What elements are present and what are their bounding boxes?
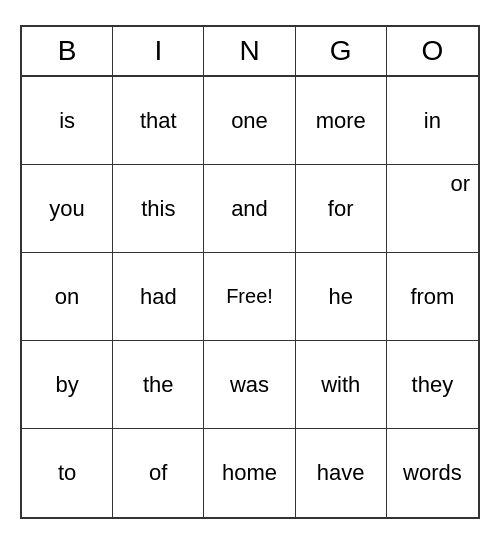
header-cell-G: G <box>296 27 387 75</box>
grid-cell-r1-c0: you <box>22 165 113 253</box>
grid-cell-r4-c2: home <box>204 429 295 517</box>
grid-cell-r1-c4: or <box>387 165 478 253</box>
bingo-card: BINGO isthatonemoreinyouthisandfororonha… <box>20 25 480 519</box>
grid-cell-r1-c3: for <box>296 165 387 253</box>
header-cell-I: I <box>113 27 204 75</box>
grid-cell-r2-c4: from <box>387 253 478 341</box>
grid-cell-r3-c3: with <box>296 341 387 429</box>
grid-cell-r0-c3: more <box>296 77 387 165</box>
grid-cell-r3-c2: was <box>204 341 295 429</box>
grid-cell-r0-c1: that <box>113 77 204 165</box>
grid-cell-r0-c0: is <box>22 77 113 165</box>
grid-cell-r3-c1: the <box>113 341 204 429</box>
grid-cell-r2-c2: Free! <box>204 253 295 341</box>
grid-cell-r3-c0: by <box>22 341 113 429</box>
grid-cell-r4-c3: have <box>296 429 387 517</box>
grid-cell-r2-c0: on <box>22 253 113 341</box>
grid-cell-r1-c1: this <box>113 165 204 253</box>
header-cell-N: N <box>204 27 295 75</box>
grid-cell-r2-c3: he <box>296 253 387 341</box>
grid-cell-r2-c1: had <box>113 253 204 341</box>
grid-cell-r4-c0: to <box>22 429 113 517</box>
header-cell-B: B <box>22 27 113 75</box>
grid-cell-r0-c2: one <box>204 77 295 165</box>
bingo-header: BINGO <box>22 27 478 77</box>
grid-cell-r0-c4: in <box>387 77 478 165</box>
grid-cell-r4-c1: of <box>113 429 204 517</box>
grid-cell-r3-c4: they <box>387 341 478 429</box>
bingo-grid: isthatonemoreinyouthisandfororonhadFree!… <box>22 77 478 517</box>
grid-cell-r1-c2: and <box>204 165 295 253</box>
header-cell-O: O <box>387 27 478 75</box>
grid-cell-r4-c4: words <box>387 429 478 517</box>
